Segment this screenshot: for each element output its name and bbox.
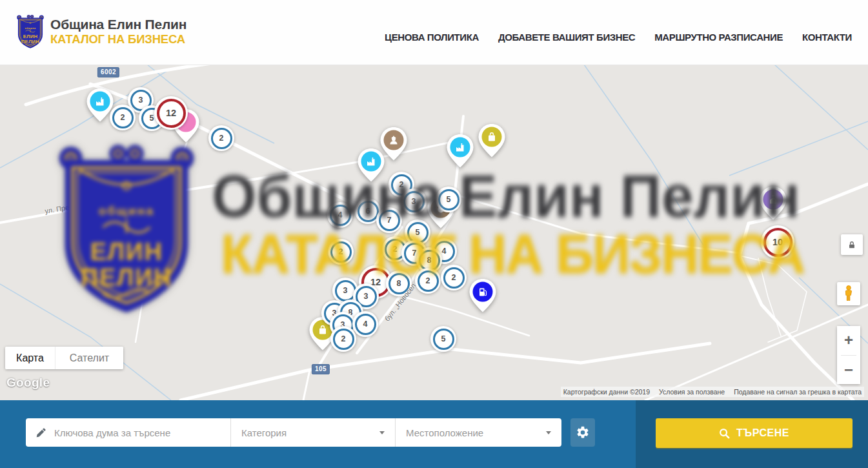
zoom-in-button[interactable]: + — [837, 326, 860, 355]
cluster-count: 12 — [166, 108, 176, 118]
cluster-ring: 6 — [358, 201, 379, 222]
map-type-control: Карта Сателит — [5, 347, 123, 369]
cluster-count: 3 — [343, 286, 348, 295]
cluster-count: 8 — [427, 256, 432, 265]
cluster-marker[interactable]: 5 — [436, 187, 461, 212]
nav-link-add-business[interactable]: ДОБАВЕТЕ ВАШИЯТ БИЗНЕС — [498, 32, 635, 43]
cluster-count: 3 — [412, 197, 416, 206]
cluster-count: 2 — [393, 245, 398, 254]
cluster-count: 2 — [426, 276, 430, 285]
map-type-satellite-button[interactable]: Сателит — [56, 347, 123, 369]
cluster-marker[interactable]: 10 — [761, 225, 794, 259]
cluster-count: 5 — [150, 114, 154, 123]
cluster-ring: 5 — [407, 222, 429, 243]
cluster-count: 4 — [338, 210, 343, 219]
nav-link-pricing[interactable]: ЦЕНОВА ПОЛИТИКА — [385, 32, 479, 43]
street-name-label: ул. Преслав — [45, 201, 85, 215]
factory-pin-marker[interactable] — [446, 134, 474, 168]
cluster-count: 2 — [341, 334, 346, 343]
site-title: Община Елин Пелин — [50, 17, 187, 32]
cluster-ring: 2 — [112, 107, 134, 128]
attribution-terms-link[interactable]: Условия за ползване — [659, 388, 725, 396]
cluster-marker[interactable]: 4 — [327, 202, 353, 228]
header: община ЕЛИН ПЕЛИН Община Елин Пелин КАТА… — [0, 0, 868, 65]
cluster-marker[interactable]: 2 — [208, 125, 234, 151]
church-pin-marker[interactable] — [759, 186, 787, 221]
cluster-count: 3 — [364, 292, 368, 301]
zoom-control: + − — [837, 326, 860, 384]
cluster-marker[interactable]: 7 — [376, 207, 402, 233]
nav-link-contacts[interactable]: КОНТАКТИ — [802, 32, 852, 43]
advanced-search-gear-button[interactable] — [570, 418, 595, 447]
lock-control-button[interactable] — [841, 234, 863, 255]
cluster-count: 7 — [387, 216, 392, 225]
keyword-field[interactable] — [26, 418, 230, 447]
cluster-count: 6 — [366, 207, 370, 216]
cluster-ring: 3 — [403, 191, 425, 212]
cluster-marker[interactable]: 2 — [330, 326, 356, 352]
cluster-ring: 5 — [438, 189, 459, 210]
chevron-down-icon — [379, 431, 385, 434]
cluster-count: 10 — [772, 237, 783, 247]
cluster-count: 2 — [452, 273, 456, 282]
google-logo[interactable]: Google — [6, 376, 50, 390]
cluster-count: 7 — [412, 249, 417, 258]
cluster-count: 2 — [339, 247, 343, 256]
category-select[interactable]: Категория — [230, 418, 395, 447]
map-type-map-button[interactable]: Карта — [5, 347, 56, 369]
map-canvas[interactable]: 3251222354675227481282233383425106002105… — [0, 65, 868, 400]
cluster-marker[interactable]: 2 — [110, 105, 136, 130]
search-button[interactable]: ТЪРСЕНЕ — [656, 418, 853, 448]
chevron-down-icon — [546, 431, 551, 434]
nav-link-bus-schedule[interactable]: МАРШРУТНО РАЗПИСАНИЕ — [654, 32, 783, 43]
cluster-count: 5 — [441, 334, 446, 343]
road-shield-label: 105 — [312, 364, 330, 374]
cluster-marker[interactable]: 4 — [352, 311, 378, 337]
keyword-search-input[interactable] — [53, 427, 217, 439]
cluster-ring: 2 — [443, 267, 465, 289]
search-button-label: ТЪРСЕНЕ — [736, 427, 789, 439]
fuel-pin-marker[interactable] — [469, 278, 497, 313]
cluster-count: 5 — [416, 228, 420, 237]
location-select-value: Местоположение — [406, 427, 483, 438]
search-fields: Категория Местоположение — [26, 418, 561, 447]
cluster-ring: 12 — [157, 99, 186, 128]
street-view-pegman-button[interactable] — [837, 282, 860, 305]
worker-pin-marker[interactable] — [379, 127, 408, 161]
road-shield-label: 6002 — [97, 67, 119, 77]
lock-icon — [847, 240, 856, 250]
brand[interactable]: община ЕЛИН ПЕЛИН Община Елин Пелин КАТА… — [16, 14, 187, 50]
cluster-marker[interactable]: 3 — [401, 188, 427, 214]
main-nav: ЦЕНОВА ПОЛИТИКА ДОБАВЕТЕ ВАШИЯТ БИЗНЕС М… — [385, 0, 852, 65]
cluster-marker[interactable]: 2 — [441, 265, 467, 290]
cluster-marker[interactable]: 12 — [154, 96, 188, 130]
search-bar: Категория Местоположение ТЪРСЕНЕ — [0, 400, 868, 468]
cluster-count: 4 — [442, 247, 447, 256]
cluster-count: 5 — [447, 195, 451, 204]
cluster-ring: 5 — [433, 329, 454, 350]
gear-icon — [576, 425, 590, 440]
cluster-ring: 2 — [418, 270, 439, 292]
bag-pin-marker[interactable] — [478, 123, 506, 158]
cluster-marker[interactable]: 5 — [430, 326, 456, 352]
cluster-ring: 2 — [333, 329, 354, 350]
site-subtitle: КАТАЛОГ НА БИЗНЕСА — [50, 32, 187, 46]
svg-text:ПЕЛИН: ПЕЛИН — [21, 39, 39, 45]
svg-text:община: община — [25, 27, 36, 30]
map-attribution: Картографски данни ©2019 Условия за полз… — [561, 387, 864, 397]
category-select-value: Категория — [241, 427, 287, 438]
cluster-count: 3 — [139, 96, 143, 105]
cluster-count: 2 — [121, 113, 125, 122]
zoom-out-button[interactable]: − — [837, 356, 860, 385]
cluster-marker[interactable]: 2 — [328, 239, 354, 265]
municipality-crest-logo: община ЕЛИН ПЕЛИН — [16, 14, 45, 50]
attribution-report-link[interactable]: Подаване на сигнал за грешка в картата — [734, 388, 862, 396]
search-icon — [719, 428, 730, 439]
cluster-marker[interactable]: 2 — [415, 268, 441, 294]
location-select[interactable]: Местоположение — [395, 418, 561, 447]
cluster-count: 4 — [363, 320, 368, 329]
cluster-ring: 7 — [379, 210, 400, 231]
cluster-count: 2 — [219, 134, 224, 143]
map-markers-layer: 3251222354675227481282233383425106002105… — [0, 65, 868, 400]
cluster-count: 2 — [399, 180, 404, 189]
